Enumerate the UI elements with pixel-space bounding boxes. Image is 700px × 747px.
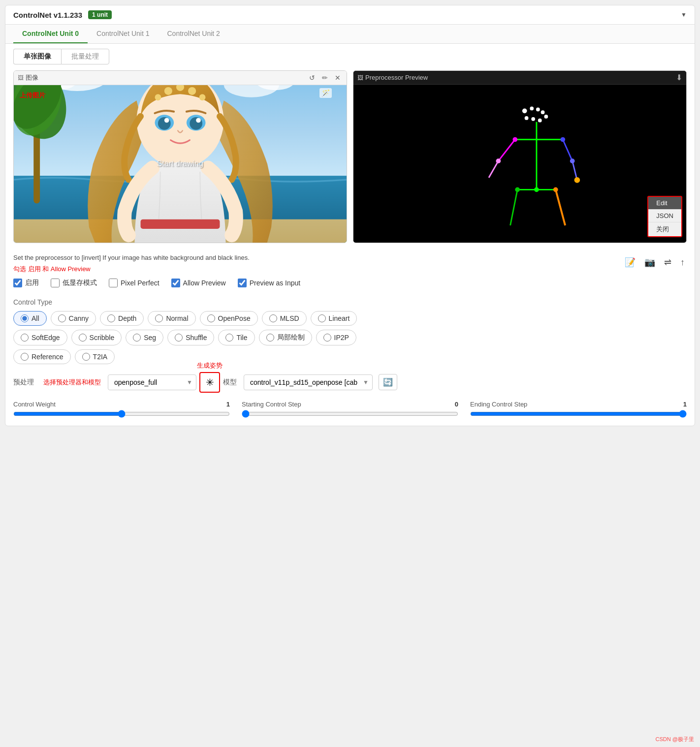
- svg-point-34: [525, 116, 529, 120]
- svg-point-22: [190, 117, 202, 130]
- image-area: 🖼 图像 ↺ ✏ ✕: [5, 64, 695, 249]
- sub-tabs: 单张图像 批量处理: [5, 44, 695, 64]
- magic-wand-btn[interactable]: 🪄: [319, 88, 332, 98]
- checkbox-low-vram-label: 低显存模式: [63, 279, 97, 287]
- control-weight-value: 1: [226, 401, 230, 408]
- svg-point-52: [574, 177, 580, 183]
- image-upload-panel: 🖼 图像 ↺ ✏ ✕: [13, 70, 347, 243]
- radio-mlsd[interactable]: MLSD: [262, 311, 307, 326]
- svg-point-21: [158, 117, 171, 130]
- preprocessor-panel: 🖼 Preprocessor Preview ⬇: [353, 70, 687, 243]
- preprocessor-panel-icon: 🖼: [357, 74, 363, 81]
- preprocessor-select[interactable]: openpose_full: [108, 374, 196, 390]
- radio-tile[interactable]: Tile: [218, 330, 255, 345]
- checkbox-preview-as-input-input[interactable]: [238, 279, 247, 287]
- svg-point-23: [164, 118, 169, 123]
- control-type-grid-3: Reference T2IA: [5, 347, 695, 368]
- sliders-row: Control Weight 1 Starting Control Step 0…: [5, 397, 695, 426]
- svg-point-32: [538, 119, 542, 123]
- control-weight-slider[interactable]: [13, 410, 230, 418]
- svg-point-47: [534, 187, 539, 192]
- svg-point-49: [553, 187, 558, 192]
- unit-badge: 1 unit: [88, 10, 112, 19]
- svg-point-50: [496, 158, 501, 163]
- model-select-container: control_v11p_sd15_openpose [cab ▼: [244, 374, 373, 390]
- radio-t2ia[interactable]: T2IA: [75, 349, 115, 364]
- image-panel-header: 🖼 图像 ↺ ✏ ✕: [14, 71, 347, 85]
- radio-depth[interactable]: Depth: [100, 311, 144, 326]
- radio-all[interactable]: All: [13, 311, 47, 326]
- preprocessor-hint: 选择预处理器和模型: [43, 378, 101, 387]
- anime-image: 上传图片 Start drawing: [14, 85, 347, 243]
- arrows-icon-btn[interactable]: ⇌: [662, 255, 673, 270]
- ending-step-slider[interactable]: [470, 410, 687, 418]
- checkbox-allow-preview[interactable]: Allow Preview: [171, 279, 226, 287]
- preprocessor-canvas: 编辑姿势 Edit JSON 关闭: [353, 85, 686, 242]
- preprocessor-panel-label: Preprocessor Preview: [365, 74, 674, 81]
- refresh-icon-btn[interactable]: ↺: [307, 73, 317, 83]
- radio-openpose[interactable]: OpenPose: [200, 311, 258, 326]
- context-menu: Edit JSON 关闭: [647, 196, 682, 237]
- start-drawing-text: Start drawing: [157, 159, 203, 168]
- model-select[interactable]: control_v11p_sd15_openpose [cab: [244, 374, 373, 390]
- control-type-label: Control Type: [5, 292, 695, 309]
- close-icon-btn[interactable]: ✕: [333, 73, 343, 83]
- checkbox-enable-input[interactable]: [13, 279, 22, 287]
- camera-icon-btn[interactable]: 📷: [642, 255, 657, 270]
- checkbox-allow-preview-input[interactable]: [171, 279, 180, 287]
- svg-point-27: [522, 108, 527, 113]
- tab-unit0[interactable]: ControlNet Unit 0: [13, 25, 88, 43]
- preprocessor-model-row: 预处理 选择预处理器和模型 openpose_full ▼ 生成姿势 ✳ 模型 …: [5, 368, 695, 397]
- starting-step-value: 0: [455, 401, 458, 408]
- radio-canny[interactable]: Canny: [51, 311, 96, 326]
- context-menu-close[interactable]: 关闭: [648, 222, 681, 236]
- radio-lineart[interactable]: Lineart: [311, 311, 357, 326]
- checkbox-preview-as-input-label: Preview as Input: [250, 279, 301, 287]
- checkbox-low-vram[interactable]: 低显存模式: [51, 279, 97, 287]
- image-panel-icon: 🖼: [18, 74, 24, 81]
- radio-reference[interactable]: Reference: [13, 349, 71, 364]
- radio-local-drawing[interactable]: 局部绘制: [259, 330, 312, 345]
- checkbox-preview-as-input[interactable]: Preview as Input: [238, 279, 301, 287]
- svg-point-28: [530, 107, 534, 111]
- checkboxes-row: 启用 低显存模式 Pixel Perfect Allow Preview Pre…: [5, 274, 695, 292]
- svg-point-14: [164, 87, 172, 95]
- dropdown-arrow-icon[interactable]: ▼: [681, 11, 687, 18]
- app-title: ControlNet v1.1.233: [13, 11, 82, 19]
- main-tabs: ControlNet Unit 0 ControlNet Unit 1 Cont…: [5, 25, 695, 44]
- sub-tab-single[interactable]: 单张图像: [13, 49, 61, 64]
- radio-scribble[interactable]: Scribble: [71, 330, 122, 345]
- ending-step-value: 1: [683, 401, 687, 408]
- controlnet-panel: ControlNet v1.1.233 1 unit ▼ ControlNet …: [5, 5, 695, 426]
- generate-pose-btn[interactable]: ✳: [199, 372, 220, 393]
- svg-point-48: [515, 187, 520, 192]
- sub-tab-batch[interactable]: 批量处理: [61, 49, 109, 64]
- tab-unit1[interactable]: ControlNet Unit 1: [88, 25, 158, 43]
- checkbox-enable[interactable]: 启用: [13, 279, 39, 287]
- radio-ip2p[interactable]: IP2P: [316, 330, 356, 345]
- info-text: Set the preprocessor to [invert] If your…: [13, 253, 250, 263]
- tab-unit2[interactable]: ControlNet Unit 2: [159, 25, 229, 43]
- model-refresh-btn[interactable]: 🔄: [379, 374, 397, 390]
- starting-step-slider[interactable]: [242, 410, 458, 418]
- context-menu-edit[interactable]: Edit: [648, 197, 681, 210]
- up-arrow-icon-btn[interactable]: ↑: [678, 255, 687, 270]
- image-canvas[interactable]: 上传图片 Start drawing 🪄: [14, 85, 347, 243]
- radio-seg[interactable]: Seg: [126, 330, 163, 345]
- svg-point-46: [560, 137, 565, 142]
- note-icon-btn[interactable]: 📝: [623, 255, 637, 270]
- radio-softedge[interactable]: SoftEdge: [13, 330, 67, 345]
- radio-shuffle[interactable]: Shuffle: [167, 330, 214, 345]
- radio-normal[interactable]: Normal: [148, 311, 195, 326]
- checkbox-pixel-perfect-input[interactable]: [109, 279, 118, 287]
- upload-label: 上传图片: [20, 91, 45, 100]
- image-toolbar: ↺ ✏ ✕: [307, 73, 343, 83]
- brush-icon-btn[interactable]: ✏: [320, 73, 330, 83]
- download-btn[interactable]: ⬇: [676, 73, 682, 82]
- checkbox-pixel-perfect[interactable]: Pixel Perfect: [109, 279, 159, 287]
- context-menu-json[interactable]: JSON: [648, 210, 681, 222]
- checkbox-pixel-perfect-label: Pixel Perfect: [121, 279, 159, 287]
- checkbox-low-vram-input[interactable]: [51, 279, 60, 287]
- svg-point-30: [541, 110, 545, 114]
- control-type-grid: All Canny Depth Normal OpenPose MLSD Lin…: [5, 309, 695, 328]
